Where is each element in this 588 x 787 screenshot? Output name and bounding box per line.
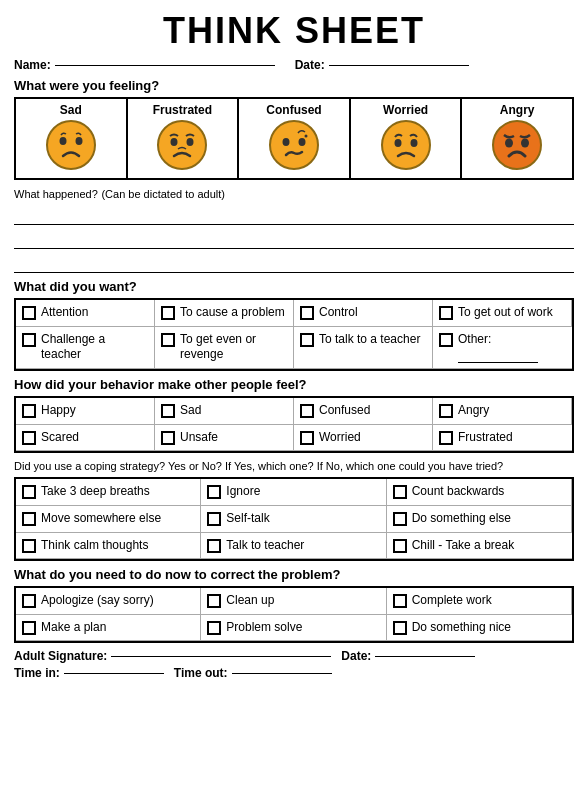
feel-confused: Confused	[294, 398, 433, 425]
feel-angry-checkbox[interactable]	[439, 404, 453, 418]
cope-move-somewhere-checkbox[interactable]	[22, 512, 36, 526]
angry-emoji	[491, 119, 543, 171]
cope-deep-breaths: Take 3 deep breaths	[16, 479, 201, 506]
time-in-line[interactable]	[64, 673, 164, 674]
name-field: Name:	[14, 58, 275, 72]
feeling-angry-label: Angry	[464, 103, 570, 117]
feel-worried-checkbox[interactable]	[300, 431, 314, 445]
want-control-checkbox[interactable]	[300, 306, 314, 320]
write-line-2[interactable]	[14, 229, 574, 249]
cope-do-something-else: Do something else	[387, 506, 572, 533]
sig-date-label: Date:	[341, 649, 371, 663]
time-in-field: Time in:	[14, 666, 164, 680]
correct-problem-solve: Problem solve	[201, 615, 386, 642]
correct-do-something-nice: Do something nice	[387, 615, 572, 642]
want-talk-teacher-checkbox[interactable]	[300, 333, 314, 347]
feel-happy: Happy	[16, 398, 155, 425]
want-other: Other:	[433, 327, 572, 370]
coping-section: Take 3 deep breaths Ignore Count backwar…	[14, 477, 574, 561]
feeling-sad[interactable]: Sad	[16, 99, 128, 178]
sig-date-line[interactable]	[375, 656, 475, 657]
time-out-line[interactable]	[232, 673, 332, 674]
write-line-3[interactable]	[14, 253, 574, 273]
feeling-worried-label: Worried	[353, 103, 459, 117]
feeling-frustrated[interactable]: Frustrated	[128, 99, 240, 178]
correct-make-plan: Make a plan	[16, 615, 201, 642]
frustrated-emoji	[156, 119, 208, 171]
cope-count-backwards: Count backwards	[387, 479, 572, 506]
cope-ignore: Ignore	[201, 479, 386, 506]
want-challenge-teacher-checkbox[interactable]	[22, 333, 36, 347]
page-title: THINK SHEET	[14, 10, 574, 52]
feel-scared-checkbox[interactable]	[22, 431, 36, 445]
correct-apologize-checkbox[interactable]	[22, 594, 36, 608]
feel-frustrated-checkbox[interactable]	[439, 431, 453, 445]
worried-emoji	[380, 119, 432, 171]
other-line[interactable]	[458, 349, 538, 363]
cope-talk-teacher-checkbox[interactable]	[207, 539, 221, 553]
correct-label: What do you need to do now to correct th…	[14, 567, 574, 582]
adult-sig-label: Adult Signature:	[14, 649, 107, 663]
want-control: Control	[294, 300, 433, 327]
feel-happy-checkbox[interactable]	[22, 404, 36, 418]
svg-point-6	[270, 121, 318, 169]
want-get-out-work: To get out of work	[433, 300, 572, 327]
want-get-even-checkbox[interactable]	[161, 333, 175, 347]
confused-emoji	[268, 119, 320, 171]
svg-point-1	[59, 137, 66, 145]
what-happened-sublabel: (Can be dictated to adult)	[101, 188, 225, 200]
cope-chill-break-checkbox[interactable]	[393, 539, 407, 553]
sig-row-1: Adult Signature: Date:	[14, 649, 574, 663]
feelings-table: Sad Frustrated Confused	[14, 97, 574, 180]
feel-angry: Angry	[433, 398, 572, 425]
date-underline[interactable]	[329, 65, 469, 66]
signature-area: Adult Signature: Date: Time in: Time out…	[14, 649, 574, 680]
how-feel-label: How did your behavior make other people …	[14, 377, 574, 392]
correct-make-plan-checkbox[interactable]	[22, 621, 36, 635]
want-cause-problem: To cause a problem	[155, 300, 294, 327]
want-attention-checkbox[interactable]	[22, 306, 36, 320]
feel-unsafe: Unsafe	[155, 425, 294, 452]
want-grid: Attention To cause a problem Control To …	[16, 300, 572, 369]
feeling-angry[interactable]: Angry	[462, 99, 572, 178]
feeling-worried[interactable]: Worried	[351, 99, 463, 178]
cope-think-calm-checkbox[interactable]	[22, 539, 36, 553]
svg-point-4	[171, 138, 178, 146]
correct-complete-work-checkbox[interactable]	[393, 594, 407, 608]
want-challenge-teacher: Challenge a teacher	[16, 327, 155, 370]
sig-row-2: Time in: Time out:	[14, 666, 574, 680]
how-feel-grid: Happy Sad Confused Angry Scared Unsafe W…	[16, 398, 572, 451]
want-other-checkbox[interactable]	[439, 333, 453, 347]
sad-emoji	[45, 119, 97, 171]
cope-move-somewhere: Move somewhere else	[16, 506, 201, 533]
name-label: Name:	[14, 58, 51, 72]
svg-point-3	[158, 121, 206, 169]
feel-sad-checkbox[interactable]	[161, 404, 175, 418]
want-get-out-work-checkbox[interactable]	[439, 306, 453, 320]
name-underline[interactable]	[55, 65, 275, 66]
feel-confused-checkbox[interactable]	[300, 404, 314, 418]
cope-deep-breaths-checkbox[interactable]	[22, 485, 36, 499]
time-in-label: Time in:	[14, 666, 60, 680]
cope-count-backwards-checkbox[interactable]	[393, 485, 407, 499]
correct-section: Apologize (say sorry) Clean up Complete …	[14, 586, 574, 643]
feel-unsafe-checkbox[interactable]	[161, 431, 175, 445]
svg-point-8	[298, 138, 305, 146]
correct-apologize: Apologize (say sorry)	[16, 588, 201, 615]
sig-date-field: Date:	[341, 649, 475, 663]
feeling-confused[interactable]: Confused	[239, 99, 351, 178]
time-out-label: Time out:	[174, 666, 228, 680]
correct-problem-solve-checkbox[interactable]	[207, 621, 221, 635]
cope-self-talk-checkbox[interactable]	[207, 512, 221, 526]
cope-do-something-else-checkbox[interactable]	[393, 512, 407, 526]
correct-complete-work: Complete work	[387, 588, 572, 615]
correct-clean-up-checkbox[interactable]	[207, 594, 221, 608]
adult-sig-line[interactable]	[111, 656, 331, 657]
svg-point-0	[47, 121, 95, 169]
correct-grid: Apologize (say sorry) Clean up Complete …	[16, 588, 572, 641]
correct-do-something-nice-checkbox[interactable]	[393, 621, 407, 635]
cope-ignore-checkbox[interactable]	[207, 485, 221, 499]
svg-point-11	[394, 139, 401, 147]
want-cause-problem-checkbox[interactable]	[161, 306, 175, 320]
write-line-1[interactable]	[14, 205, 574, 225]
